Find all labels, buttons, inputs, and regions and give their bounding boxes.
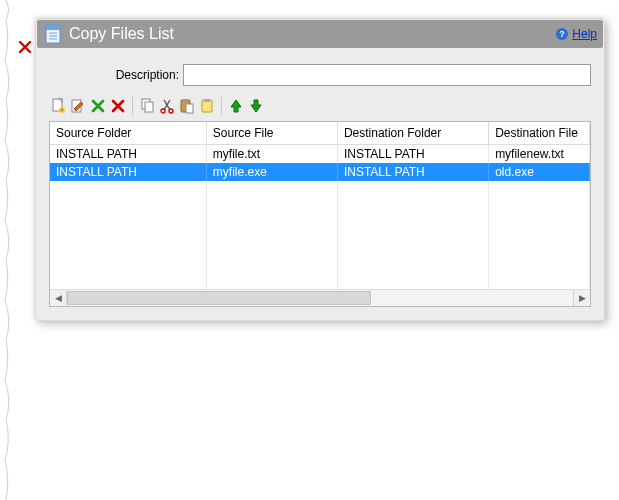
scroll-right-button[interactable]: ▶ bbox=[573, 290, 590, 306]
titlebar: Copy Files List ? Help bbox=[37, 20, 603, 48]
svg-rect-15 bbox=[183, 99, 188, 102]
table-cell[interactable]: INSTALL PATH bbox=[337, 163, 488, 181]
table-row[interactable] bbox=[50, 271, 590, 289]
table-row[interactable] bbox=[50, 181, 590, 199]
description-input[interactable] bbox=[183, 64, 591, 86]
toolbar-separator bbox=[221, 97, 222, 115]
scroll-thumb[interactable] bbox=[67, 291, 371, 305]
svg-rect-1 bbox=[46, 25, 60, 30]
clipboard-button[interactable] bbox=[198, 97, 216, 115]
table-cell[interactable]: INSTALL PATH bbox=[337, 145, 488, 164]
delete-button[interactable] bbox=[89, 97, 107, 115]
table-row[interactable] bbox=[50, 199, 590, 217]
document-icon bbox=[43, 24, 63, 44]
column-header[interactable]: Destination File bbox=[489, 122, 590, 145]
toolbar-separator bbox=[132, 97, 133, 115]
dialog-panel: Copy Files List ? Help Description: bbox=[35, 18, 605, 321]
column-header[interactable]: Source Folder bbox=[50, 122, 206, 145]
help-icon: ? bbox=[555, 27, 569, 41]
table-row[interactable] bbox=[50, 253, 590, 271]
table-row[interactable] bbox=[50, 235, 590, 253]
paste-button[interactable] bbox=[178, 97, 196, 115]
description-label: Description: bbox=[49, 68, 179, 82]
move-down-button[interactable] bbox=[247, 97, 265, 115]
scroll-left-button[interactable]: ◀ bbox=[50, 290, 67, 306]
svg-point-12 bbox=[161, 109, 165, 113]
scroll-track[interactable] bbox=[67, 290, 573, 306]
column-header[interactable]: Source File bbox=[206, 122, 337, 145]
table-row[interactable]: INSTALL PATHmyfile.txtINSTALL PATHmyfile… bbox=[50, 145, 590, 164]
toolbar bbox=[49, 94, 591, 121]
table-row[interactable] bbox=[50, 217, 590, 235]
column-header[interactable]: Destination Folder bbox=[337, 122, 488, 145]
title-text: Copy Files List bbox=[69, 25, 549, 43]
svg-rect-11 bbox=[145, 102, 153, 112]
move-up-button[interactable] bbox=[227, 97, 245, 115]
horizontal-scrollbar[interactable]: ◀ ▶ bbox=[50, 289, 590, 306]
cut-button[interactable] bbox=[158, 97, 176, 115]
table-cell[interactable]: INSTALL PATH bbox=[50, 163, 206, 181]
table-cell[interactable]: INSTALL PATH bbox=[50, 145, 206, 164]
new-button[interactable] bbox=[49, 97, 67, 115]
close-icon[interactable] bbox=[18, 40, 32, 54]
table-cell[interactable]: myfile.exe bbox=[206, 163, 337, 181]
table-cell[interactable]: myfilenew.txt bbox=[489, 145, 590, 164]
edit-button[interactable] bbox=[69, 97, 87, 115]
svg-point-13 bbox=[169, 109, 173, 113]
description-row: Description: bbox=[49, 64, 591, 86]
copy-button[interactable] bbox=[138, 97, 156, 115]
svg-text:?: ? bbox=[560, 29, 566, 39]
svg-rect-16 bbox=[186, 104, 193, 113]
table-cell[interactable]: old.exe bbox=[489, 163, 590, 181]
svg-rect-18 bbox=[204, 99, 210, 102]
file-grid: Source FolderSource FileDestination Fold… bbox=[49, 121, 591, 307]
table-cell[interactable]: myfile.txt bbox=[206, 145, 337, 164]
table-row[interactable]: INSTALL PATHmyfile.exeINSTALL PATHold.ex… bbox=[50, 163, 590, 181]
torn-edge bbox=[0, 0, 14, 500]
help-link[interactable]: Help bbox=[572, 27, 597, 41]
delete-all-button[interactable] bbox=[109, 97, 127, 115]
grid-table[interactable]: Source FolderSource FileDestination Fold… bbox=[50, 122, 590, 289]
